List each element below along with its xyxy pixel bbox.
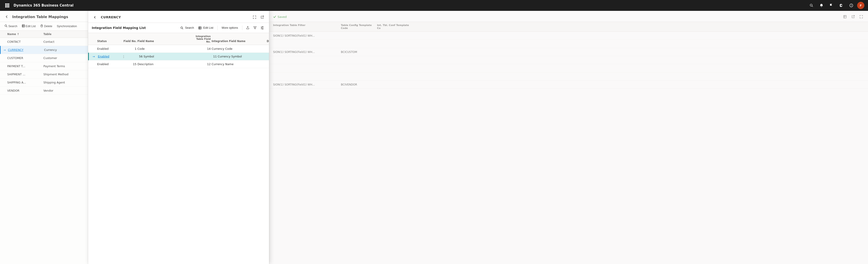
notification-icon[interactable] xyxy=(817,1,826,9)
integration-table: Name ↑ Table T CONTACT Contact Vi → CURR… xyxy=(0,31,88,264)
col-int-field-no-header: Integration Table Field No. xyxy=(193,35,211,43)
field-row[interactable]: Enabled 1 Code 14 Currency Code ToIntegr… xyxy=(88,45,269,53)
saved-label: Saved xyxy=(278,15,287,19)
field-row[interactable]: Enabled 15 Description 12 Currency Name … xyxy=(88,60,269,68)
far-right-row[interactable] xyxy=(270,56,868,64)
edit-list-button[interactable]: Edit List xyxy=(20,23,37,29)
col-extra1 xyxy=(413,24,792,30)
delete-button[interactable]: Delete xyxy=(38,23,54,29)
inner-edit-list-label: Edit List xyxy=(203,26,213,29)
flag-icon[interactable] xyxy=(827,1,835,9)
search-nav-icon[interactable] xyxy=(807,1,815,9)
search-button[interactable]: Search xyxy=(3,23,19,29)
inner-toolbar: Search Edit List More options xyxy=(179,25,266,31)
field-mapping-table: Status Field No. Field Name Integration … xyxy=(88,33,269,264)
table-row[interactable]: CUSTOMER Customer Vi xyxy=(0,54,88,62)
table-row[interactable]: VENDOR Vendor Vi xyxy=(0,87,88,95)
table-row[interactable]: PAYMENT T... Payment Terms xyxy=(0,62,88,70)
row-table: Currency xyxy=(44,48,88,52)
field-name: Symbol xyxy=(144,55,198,58)
table-row[interactable]: SHIPMENT ... Shipment Method xyxy=(0,70,88,79)
row-options-icon[interactable]: ⋮ xyxy=(121,55,126,58)
toolbar-divider2 xyxy=(242,26,242,30)
far-right-row[interactable]: SION(1) SORTING(Field1) WH... BCIVENDOR xyxy=(270,81,868,89)
svg-line-10 xyxy=(812,6,813,7)
col-arrow xyxy=(3,33,7,36)
row-arrow: → xyxy=(3,49,8,52)
delete-icon xyxy=(40,24,43,28)
table-config-cell: BCIVENDOR xyxy=(341,83,377,86)
col-table-config: Table Config Template Code xyxy=(341,24,377,30)
column-settings-icon[interactable] xyxy=(259,25,266,31)
int-field-no: 12 xyxy=(193,62,211,66)
int-field-name: Currency Symbol xyxy=(218,55,269,58)
row-name: CUSTOMER xyxy=(7,56,43,60)
search-btn-label: Search xyxy=(8,25,18,28)
far-right-expand-icon[interactable] xyxy=(858,13,864,20)
expand-icon[interactable] xyxy=(251,14,258,20)
col-field-no-header: Field No. xyxy=(121,35,136,43)
inner-panel-header: Integration Field Mapping List Search Ed… xyxy=(88,23,269,33)
far-right-view-icon[interactable] xyxy=(842,13,848,20)
help-icon[interactable]: ? xyxy=(847,1,855,9)
row-table: Shipment Method xyxy=(43,72,88,76)
col-extra2 xyxy=(792,24,828,30)
col-status-header: Status xyxy=(97,35,120,43)
far-right-row[interactable] xyxy=(270,72,868,81)
field-no: 1 xyxy=(121,47,136,51)
left-toolbar: Search Edit List Delete Synchronization xyxy=(0,22,88,31)
overlay-header-right xyxy=(251,14,266,20)
overlay-back-button[interactable] xyxy=(92,14,98,20)
far-right-row[interactable]: SION(1) SORTING(Field1) WH... xyxy=(270,32,868,40)
field-row[interactable]: → Enabled ⋮ 56 Symbol 11 Currency Symbol… xyxy=(88,53,269,60)
svg-point-30 xyxy=(261,28,262,28)
svg-rect-1 xyxy=(7,3,8,4)
field-table-header: Status Field No. Field Name Integration … xyxy=(88,33,269,45)
panel-title: Integration Table Mappings xyxy=(12,15,68,19)
back-button[interactable] xyxy=(4,13,10,20)
inner-edit-list-button[interactable]: Edit List xyxy=(197,25,215,31)
field-row-arrow: → xyxy=(92,55,97,58)
int-field-no: 11 xyxy=(199,55,217,58)
more-options-button[interactable]: More options xyxy=(220,25,240,30)
delete-label: Delete xyxy=(44,25,52,28)
field-no: 56 xyxy=(127,55,143,58)
far-right-header: Saved xyxy=(270,11,868,22)
top-nav: Dynamics 365 Business Central ? F xyxy=(0,0,868,11)
waffle-icon[interactable] xyxy=(4,2,11,9)
int-field-no: 14 xyxy=(193,47,211,51)
table-config-cell: BCICUSTOM xyxy=(341,51,377,54)
right-area: CURRENCY Integration Field Mapping List xyxy=(88,11,868,264)
share-icon[interactable] xyxy=(245,25,251,31)
external-link-icon[interactable] xyxy=(259,14,266,20)
settings-icon[interactable] xyxy=(837,1,845,9)
svg-rect-15 xyxy=(22,25,25,27)
col-table: Table xyxy=(43,33,88,36)
col-arrow-header xyxy=(92,35,96,43)
table-row[interactable]: → CURRENCY Currency xyxy=(0,46,88,54)
far-right-row[interactable] xyxy=(270,40,868,48)
far-right-row[interactable] xyxy=(270,64,868,72)
table-row[interactable]: SHIPPING A... Shipping Agent xyxy=(0,79,88,87)
filter-icon[interactable] xyxy=(252,25,258,31)
inner-search-label: Search xyxy=(185,26,194,29)
avatar[interactable]: F xyxy=(857,2,864,9)
row-table: Customer xyxy=(43,56,88,60)
svg-rect-0 xyxy=(5,3,6,4)
svg-point-13 xyxy=(5,25,7,27)
table-row[interactable]: CONTACT Contact Vi xyxy=(0,38,88,46)
far-right-row[interactable]: SION(1) SORTING(Field1) WH... BCICUSTOM xyxy=(270,48,868,56)
overlay-header: CURRENCY xyxy=(88,11,269,23)
inner-search-button[interactable]: Search xyxy=(179,25,196,31)
field-status[interactable]: Enabled xyxy=(98,55,121,58)
sync-button[interactable]: Synchronization xyxy=(55,24,79,29)
saved-indicator: Saved xyxy=(273,15,287,19)
top-nav-right: ? F xyxy=(807,1,864,9)
svg-rect-4 xyxy=(7,5,8,6)
svg-rect-3 xyxy=(5,5,6,6)
row-table: Shipping Agent xyxy=(43,81,88,84)
row-name[interactable]: CURRENCY xyxy=(8,48,44,52)
far-right-external-icon[interactable] xyxy=(850,13,856,20)
col-name: Name ↑ xyxy=(7,33,43,36)
col-direction-header: Direction xyxy=(267,35,269,43)
